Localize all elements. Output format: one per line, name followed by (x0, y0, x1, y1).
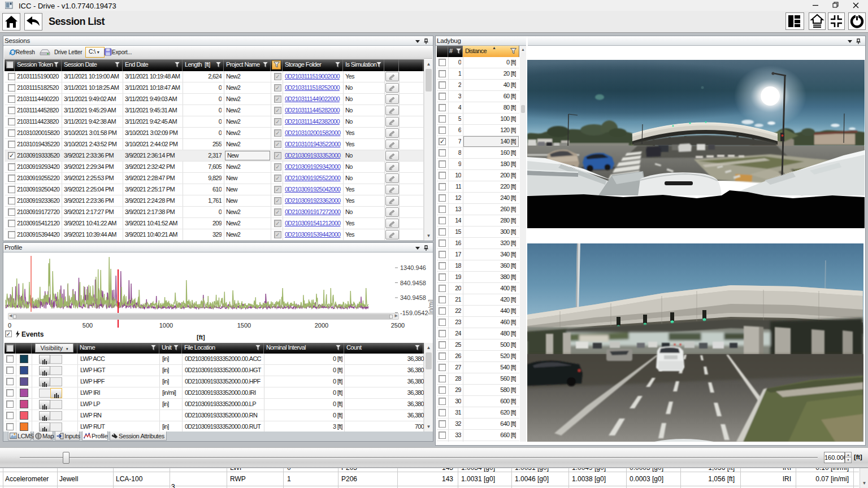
svg-text:-159.0542: -159.0542 (400, 310, 428, 316)
svg-text:[in/mi]: [in/mi] (428, 299, 433, 315)
svg-text:840.9458: 840.9458 (400, 280, 426, 286)
svg-text:340.9458: 340.9458 (400, 294, 426, 301)
svg-text:1340.946: 1340.946 (400, 264, 426, 271)
